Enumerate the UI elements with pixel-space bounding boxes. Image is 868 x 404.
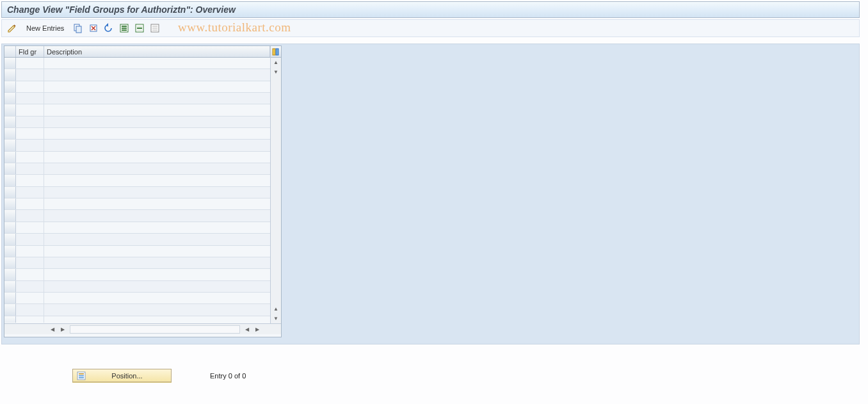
svg-rect-15 (152, 28, 157, 29)
cell-fld-gr[interactable] (16, 246, 44, 257)
cell-fld-gr[interactable] (16, 69, 44, 80)
cell-description[interactable] (44, 140, 270, 150)
new-entries-button[interactable]: New Entries (22, 23, 68, 33)
cell-fld-gr[interactable] (16, 222, 44, 233)
row-selector[interactable] (4, 128, 16, 139)
cell-fld-gr[interactable] (16, 281, 44, 292)
cell-description[interactable] (44, 175, 270, 186)
column-description[interactable]: Description (44, 46, 270, 57)
select-all-icon[interactable] (118, 22, 131, 35)
row-selector[interactable] (4, 69, 16, 80)
copy-icon[interactable] (72, 22, 84, 35)
row-selector[interactable] (4, 269, 16, 280)
row-selector[interactable] (4, 163, 16, 174)
cell-description[interactable] (44, 234, 270, 245)
row-selector[interactable] (4, 58, 16, 69)
cell-description[interactable] (44, 304, 270, 315)
position-button-label: Position... (90, 372, 171, 380)
row-selector[interactable] (4, 316, 16, 323)
entry-count-text: Entry 0 of 0 (210, 372, 246, 380)
column-selector-header[interactable] (4, 46, 16, 57)
cell-description[interactable] (44, 293, 270, 303)
row-selector[interactable] (4, 210, 16, 221)
vscroll-track[interactable] (271, 77, 281, 304)
svg-rect-17 (273, 49, 275, 55)
cell-fld-gr[interactable] (16, 304, 44, 315)
cell-description[interactable] (44, 281, 270, 292)
hscroll-track[interactable] (70, 325, 240, 334)
cell-fld-gr[interactable] (16, 293, 44, 303)
row-selector[interactable] (4, 257, 16, 268)
cell-description[interactable] (44, 187, 270, 198)
cell-fld-gr[interactable] (16, 316, 44, 323)
cell-description[interactable] (44, 222, 270, 233)
cell-fld-gr[interactable] (16, 234, 44, 245)
cell-description[interactable] (44, 257, 270, 268)
scroll-right-icon[interactable]: ▶ (58, 325, 67, 334)
cell-fld-gr[interactable] (16, 128, 44, 139)
row-selector[interactable] (4, 246, 16, 257)
cell-fld-gr[interactable] (16, 269, 44, 280)
cell-description[interactable] (44, 69, 270, 80)
column-fld-gr[interactable]: Fld gr (16, 46, 44, 57)
scroll-down2-icon[interactable]: ▼ (271, 314, 281, 323)
cell-fld-gr[interactable] (16, 58, 44, 69)
table-settings-icon[interactable] (271, 46, 281, 58)
cell-description[interactable] (44, 58, 270, 69)
cell-fld-gr[interactable] (16, 175, 44, 186)
row-selector[interactable] (4, 81, 16, 92)
vertical-scrollbar[interactable]: ▲ ▼ ▲ ▼ (270, 46, 281, 323)
hscroll-corner (4, 324, 16, 334)
row-selector[interactable] (4, 293, 16, 303)
cell-fld-gr[interactable] (16, 198, 44, 209)
cell-description[interactable] (44, 210, 270, 221)
delete-icon[interactable] (87, 22, 100, 35)
cell-fld-gr[interactable] (16, 104, 44, 115)
cell-description[interactable] (44, 163, 270, 174)
cell-fld-gr[interactable] (16, 152, 44, 163)
cell-description[interactable] (44, 117, 270, 127)
scroll-up2-icon[interactable]: ▲ (271, 304, 281, 314)
row-selector[interactable] (4, 222, 16, 233)
row-selector[interactable] (4, 175, 16, 186)
cell-description[interactable] (44, 316, 270, 323)
scroll-left-icon[interactable]: ◀ (48, 325, 57, 334)
cell-description[interactable] (44, 269, 270, 280)
scroll-right2-icon[interactable]: ▶ (253, 325, 262, 334)
cell-description[interactable] (44, 104, 270, 115)
cell-fld-gr[interactable] (16, 117, 44, 127)
cell-fld-gr[interactable] (16, 163, 44, 174)
toggle-display-icon[interactable] (6, 22, 19, 35)
cell-fld-gr[interactable] (16, 140, 44, 150)
horizontal-scrollbar[interactable]: ◀ ▶ ◀ ▶ (4, 323, 281, 334)
undo-icon[interactable] (102, 22, 115, 35)
scroll-up-icon[interactable]: ▲ (271, 58, 281, 67)
cell-fld-gr[interactable] (16, 187, 44, 198)
row-selector[interactable] (4, 93, 16, 104)
row-selector[interactable] (4, 187, 16, 198)
row-selector[interactable] (4, 304, 16, 315)
position-button[interactable]: Position... (72, 369, 172, 382)
cell-description[interactable] (44, 81, 270, 92)
deselect-all-icon[interactable] (149, 22, 161, 35)
row-selector[interactable] (4, 198, 16, 209)
select-block-icon[interactable] (133, 22, 146, 35)
row-selector[interactable] (4, 117, 16, 127)
cell-description[interactable] (44, 152, 270, 163)
svg-rect-18 (276, 49, 278, 55)
row-selector[interactable] (4, 152, 16, 163)
cell-description[interactable] (44, 198, 270, 209)
cell-description[interactable] (44, 93, 270, 104)
cell-fld-gr[interactable] (16, 93, 44, 104)
scroll-left2-icon[interactable]: ◀ (243, 325, 252, 334)
cell-fld-gr[interactable] (16, 210, 44, 221)
cell-fld-gr[interactable] (16, 257, 44, 268)
cell-description[interactable] (44, 128, 270, 139)
row-selector[interactable] (4, 104, 16, 115)
row-selector[interactable] (4, 281, 16, 292)
row-selector[interactable] (4, 234, 16, 245)
row-selector[interactable] (4, 140, 16, 150)
cell-description[interactable] (44, 246, 270, 257)
scroll-down-icon[interactable]: ▼ (271, 67, 281, 77)
cell-fld-gr[interactable] (16, 81, 44, 92)
